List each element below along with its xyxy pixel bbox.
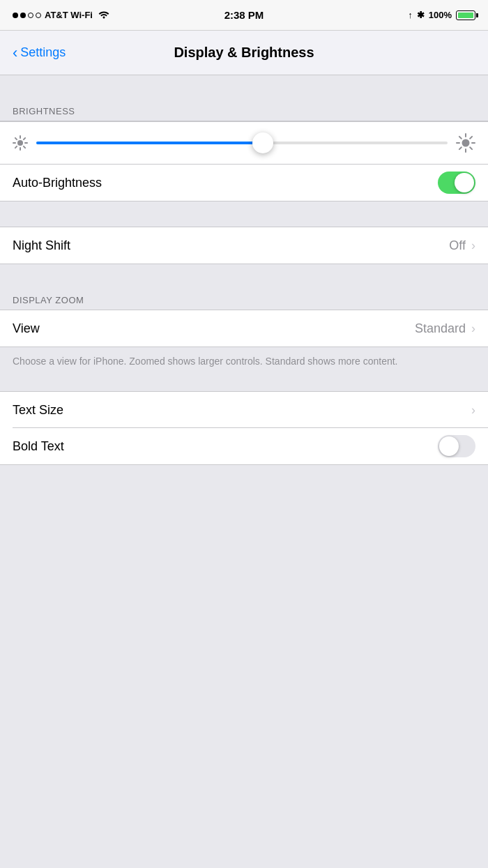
night-shift-group: Night Shift Off › [0, 227, 488, 264]
slider-thumb[interactable] [252, 132, 273, 153]
night-shift-label: Night Shift [13, 238, 449, 253]
svg-point-9 [462, 139, 470, 147]
svg-line-17 [459, 147, 462, 149]
svg-line-16 [470, 137, 472, 139]
svg-line-8 [15, 146, 17, 148]
text-size-label: Text Size [13, 403, 471, 418]
text-size-row[interactable]: Text Size › [0, 392, 488, 428]
svg-line-7 [24, 138, 25, 139]
auto-brightness-toggle[interactable] [438, 172, 475, 194]
signal-dot-2 [20, 13, 26, 18]
brightness-group: Auto-Brightness [0, 121, 488, 201]
night-shift-chevron-icon: › [471, 238, 475, 253]
gap-3 [0, 264, 488, 289]
back-label: Settings [20, 45, 66, 60]
gap-2 [0, 201, 488, 227]
view-chevron-icon: › [471, 321, 475, 336]
view-description: Choose a view for iPhone. Zoomed shows l… [0, 347, 488, 379]
battery-icon [456, 10, 475, 20]
slider-fill [36, 142, 263, 144]
status-right: ↑ ✱ 100% [408, 10, 475, 20]
page-title: Display & Brightness [174, 45, 314, 61]
signal-dots [13, 13, 41, 18]
bluetooth-icon: ✱ [417, 10, 425, 20]
back-chevron-icon: ‹ [13, 45, 17, 61]
status-bar: AT&T Wi-Fi 2:38 PM ↑ ✱ 100% [0, 0, 488, 31]
status-left: AT&T Wi-Fi [13, 9, 110, 21]
back-button[interactable]: ‹ Settings [13, 45, 66, 61]
signal-dot-3 [28, 13, 33, 18]
sun-small-icon [13, 135, 28, 151]
gap-1 [0, 75, 488, 100]
brightness-slider-row [0, 121, 488, 165]
night-shift-row[interactable]: Night Shift Off › [0, 227, 488, 264]
settings-content: BRIGHTNESS [0, 75, 488, 577]
nav-bar: ‹ Settings Display & Brightness [0, 31, 488, 75]
text-settings-group: Text Size › Bold Text [0, 391, 488, 465]
view-group: View Standard › [0, 310, 488, 347]
view-value: Standard [415, 321, 466, 336]
carrier-label: AT&T Wi-Fi [45, 10, 93, 20]
wifi-icon [98, 9, 110, 21]
svg-line-14 [459, 137, 462, 139]
gap-4 [0, 379, 488, 391]
battery-indicator [456, 10, 475, 20]
svg-line-6 [24, 146, 25, 148]
status-time: 2:38 PM [224, 9, 264, 21]
toggle-thumb [455, 173, 474, 192]
bold-text-label: Bold Text [13, 439, 438, 454]
signal-dot-1 [13, 13, 18, 18]
svg-line-15 [470, 147, 472, 149]
battery-fill [458, 13, 473, 18]
auto-brightness-row: Auto-Brightness [0, 165, 488, 201]
view-row[interactable]: View Standard › [0, 310, 488, 347]
battery-percent: 100% [429, 10, 452, 20]
bold-text-row: Bold Text [0, 428, 488, 464]
bold-text-toggle[interactable] [438, 435, 475, 457]
brightness-slider[interactable] [36, 142, 448, 144]
auto-brightness-label: Auto-Brightness [13, 176, 438, 190]
svg-point-0 [17, 140, 23, 146]
night-shift-value: Off [449, 238, 466, 253]
location-icon: ↑ [408, 10, 413, 20]
text-size-chevron-icon: › [471, 403, 475, 418]
svg-line-5 [15, 138, 17, 139]
bottom-spacer [0, 465, 488, 577]
bold-toggle-thumb [439, 436, 459, 456]
brightness-section-header: BRIGHTNESS [0, 100, 488, 121]
view-label: View [13, 321, 415, 336]
signal-dot-4 [36, 13, 41, 18]
sun-large-icon [456, 133, 475, 153]
display-zoom-section-header: DISPLAY ZOOM [0, 289, 488, 310]
